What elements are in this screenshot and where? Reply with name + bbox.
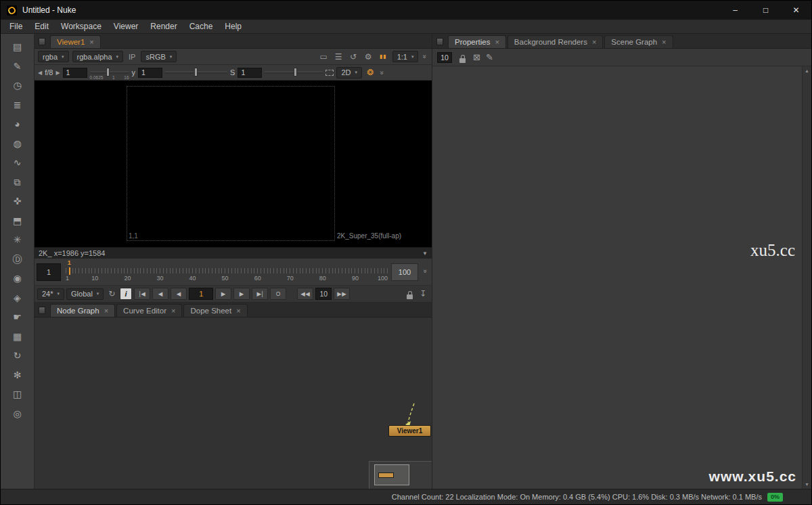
toolbar-icon-particles[interactable]: ✳: [11, 234, 24, 246]
range-start-input[interactable]: 1: [37, 263, 61, 281]
toolbar-icon-filter[interactable]: ◍: [11, 137, 24, 150]
tab-background-renders[interactable]: Background Renders ×: [508, 35, 603, 48]
timeline-ruler[interactable]: 1 1 10 20 30 40 50 60 70 80 90 100: [66, 261, 388, 284]
menu-help[interactable]: Help: [219, 20, 248, 32]
monitor-output-icon[interactable]: ▭: [318, 52, 330, 62]
view-mode-select[interactable]: 2D ▾: [336, 67, 362, 79]
maximize-button[interactable]: □: [750, 1, 781, 20]
menu-file[interactable]: File: [3, 20, 28, 32]
toolbar-icon-transform[interactable]: ✜: [11, 195, 24, 207]
channel-select[interactable]: rgba ▾: [38, 51, 69, 62]
node-viewer1[interactable]: Viewer1: [388, 425, 431, 437]
toolbar-icon-views[interactable]: ◉: [11, 272, 24, 284]
toolbar-icon-channel[interactable]: ≣: [11, 99, 24, 111]
viewer-canvas[interactable]: 1,1 2K_Super_35(full-ap): [35, 81, 432, 247]
scroll-up-icon[interactable]: ▲: [805, 68, 809, 73]
menu-cache[interactable]: Cache: [183, 20, 219, 32]
play-once-button[interactable]: O: [270, 288, 286, 300]
overflow-chevron-icon[interactable]: »: [378, 70, 386, 74]
tab-scene-graph[interactable]: Scene Graph ×: [604, 35, 673, 48]
roi-icon[interactable]: [325, 70, 334, 76]
menu-workspace[interactable]: Workspace: [55, 20, 108, 32]
close-icon[interactable]: ×: [495, 38, 499, 46]
node-graph[interactable]: Viewer1: [35, 317, 432, 489]
current-frame-input[interactable]: 1: [189, 288, 213, 300]
toolbar-icon-3d[interactable]: ⬒: [11, 215, 24, 227]
nodegraph-minimap[interactable]: [369, 461, 432, 489]
lock-icon[interactable]: [405, 288, 415, 299]
info-caret-icon[interactable]: ▼: [422, 250, 428, 257]
close-icon[interactable]: ×: [236, 307, 240, 315]
toolbar-icon-effects[interactable]: ✻: [11, 369, 24, 381]
close-icon[interactable]: ×: [171, 307, 175, 315]
fps-select[interactable]: 24* ▾: [37, 288, 64, 300]
color-wheel-icon[interactable]: ❂: [365, 68, 376, 77]
jump-forward-button[interactable]: ▶▶: [334, 288, 350, 300]
slider-handle[interactable]: [294, 68, 297, 76]
step-back-button[interactable]: ◀: [171, 288, 187, 300]
overflow-chevron-icon[interactable]: »: [422, 55, 429, 59]
frame-increment-input[interactable]: 10: [315, 288, 332, 300]
close-icon[interactable]: ×: [89, 38, 93, 46]
max-panels-input[interactable]: 10: [437, 52, 452, 63]
toolbar-icon-toolsets[interactable]: ☛: [11, 311, 24, 323]
lut-select[interactable]: sRGB ▾: [141, 51, 177, 62]
layer-select[interactable]: rgba.alpha ▾: [72, 51, 124, 62]
zoom-select[interactable]: 1:1 ▾: [392, 51, 419, 62]
range-end-input[interactable]: 100: [391, 263, 418, 281]
lock-panels-icon[interactable]: [457, 52, 468, 63]
gain-input[interactable]: 1: [63, 68, 87, 78]
pencil-icon[interactable]: ✎: [486, 52, 493, 62]
toolbar-icon-time[interactable]: ◷: [11, 79, 24, 91]
scroll-down-icon[interactable]: ▼: [805, 482, 809, 487]
goto-end-button[interactable]: ▶|: [252, 288, 268, 300]
toolbar-icon-deep[interactable]: Ⓓ: [11, 253, 24, 265]
timeline-info-button[interactable]: i: [120, 288, 132, 300]
jump-back-button[interactable]: ◀◀: [297, 288, 313, 300]
toolbar-icon-storage[interactable]: ◫: [11, 388, 24, 400]
tab-viewer1[interactable]: Viewer1 ×: [50, 35, 101, 48]
toolbar-icon-other[interactable]: ▦: [11, 330, 24, 343]
playhead[interactable]: [69, 267, 70, 275]
minimize-button[interactable]: –: [720, 1, 750, 20]
refresh-icon[interactable]: ↺: [348, 52, 359, 62]
close-icon[interactable]: ×: [104, 307, 108, 315]
toolbar-icon-color[interactable]: ◕: [11, 118, 24, 130]
toolbar-icon-keyer[interactable]: ∿: [11, 156, 24, 169]
menu-render[interactable]: Render: [144, 20, 183, 32]
close-button[interactable]: ✕: [781, 1, 811, 20]
toolbar-icon-draw[interactable]: ✎: [11, 60, 24, 72]
panel-dock-icon[interactable]: [39, 38, 45, 45]
tab-node-graph[interactable]: Node Graph ×: [50, 304, 115, 317]
toolbar-icon-image[interactable]: ▤: [11, 41, 24, 53]
tab-dope-sheet[interactable]: Dope Sheet ×: [183, 304, 247, 317]
tab-properties[interactable]: Properties ×: [448, 35, 506, 48]
scrollbar[interactable]: ▲ ▼: [802, 66, 811, 489]
tab-curve-editor[interactable]: Curve Editor ×: [116, 304, 182, 317]
gamma-slider[interactable]: [165, 66, 227, 79]
pause-icon[interactable]: ▮▮: [378, 53, 389, 60]
goto-start-button[interactable]: |◀: [134, 288, 150, 300]
gain-slider[interactable]: 0.0625 1 16: [90, 66, 129, 79]
toolbar-icon-update[interactable]: ↻: [11, 349, 24, 361]
timeline-overflow-icon[interactable]: »: [422, 269, 430, 273]
panel-dock-icon[interactable]: [39, 307, 45, 314]
close-icon[interactable]: ×: [592, 38, 596, 46]
frame-range-select[interactable]: Global ▾: [66, 288, 104, 300]
toolbar-icon-metadata[interactable]: ◈: [11, 292, 24, 304]
menu-edit[interactable]: Edit: [28, 20, 55, 32]
menu-viewer[interactable]: Viewer: [108, 20, 144, 32]
saturation-input[interactable]: 1: [238, 68, 262, 78]
prev-keyframe-button[interactable]: ◀: [152, 288, 168, 300]
toolbar-icon-settings[interactable]: ◎: [11, 408, 24, 420]
flipbook-render-icon[interactable]: ↧: [417, 289, 429, 299]
loop-mode-icon[interactable]: ↻: [106, 289, 118, 299]
saturation-slider[interactable]: [265, 66, 323, 79]
fstop-next-icon[interactable]: ▶: [55, 70, 60, 76]
slider-handle[interactable]: [194, 68, 198, 76]
close-icon[interactable]: ×: [662, 38, 666, 46]
gamma-input[interactable]: 1: [138, 68, 162, 78]
close-all-panels-icon[interactable]: ⊠: [473, 52, 480, 62]
input-process-toggle[interactable]: IP: [127, 53, 137, 61]
fstop-prev-icon[interactable]: ◀: [38, 70, 42, 76]
